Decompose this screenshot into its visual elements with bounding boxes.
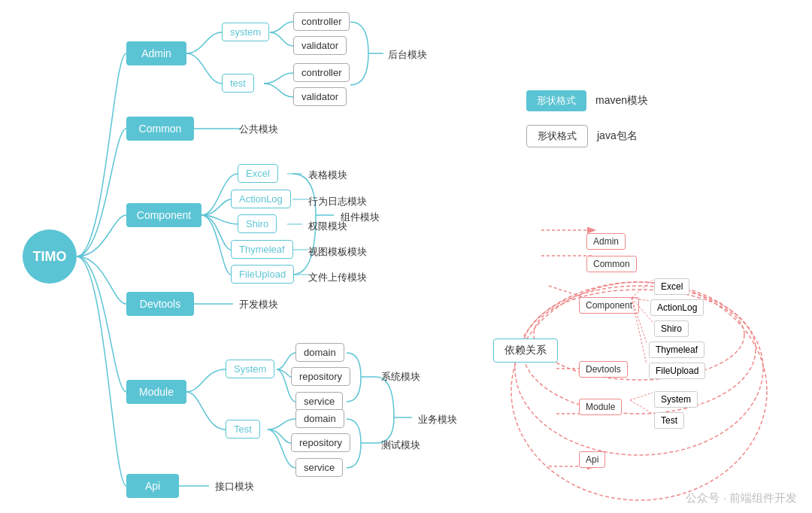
test-repository-node: repository (291, 433, 350, 452)
admin-controller-node: controller (293, 12, 350, 31)
actionlog-node: ActionLog (231, 190, 291, 208)
xitong-label: 系统模块 (381, 370, 420, 384)
test-validator-node: validator (293, 87, 347, 106)
svg-line-24 (632, 298, 653, 322)
thymeleaf-node: Thymeleaf (231, 240, 293, 259)
devtools-node: Devtools (126, 292, 194, 316)
shitu-label: 视图模板模块 (308, 245, 367, 259)
shiro-node: Shiro (238, 214, 277, 233)
ceshi-label: 测试模块 (381, 439, 420, 452)
test-service-node: service (295, 458, 343, 477)
watermark: 公众号 · 前端组件开发 (686, 491, 797, 505)
legend-filled-box: 形状格式 (526, 90, 586, 111)
admin-node: Admin (126, 41, 186, 65)
wenjian-label: 文件上传模块 (308, 271, 367, 284)
excel-node: Excel (238, 164, 278, 183)
svg-line-23 (632, 298, 649, 301)
kaifa-label: 开发模块 (239, 298, 278, 311)
right-connect-lines (571, 226, 812, 466)
timo-node: TIMO (23, 229, 77, 284)
sys-service-node: service (295, 392, 343, 411)
svg-line-22 (632, 280, 653, 298)
legend-outline-box: 形状格式 (526, 125, 588, 147)
test-controller-node: controller (293, 63, 350, 82)
legend-container: 形状格式 maven模块 形状格式 java包名 (526, 90, 648, 147)
svg-line-27 (630, 393, 653, 400)
houtai-label: 后台模块 (388, 48, 427, 62)
component-node: Component (126, 203, 201, 227)
admin-validator-node: validator (293, 36, 347, 55)
sys-repository-node: repository (291, 367, 350, 386)
legend-java-label: java包名 (597, 129, 638, 143)
common-node: Common (126, 117, 194, 141)
sys-module-node: System (226, 360, 274, 378)
svg-line-28 (630, 400, 653, 414)
xingwei-label: 行为日志模块 (308, 195, 367, 208)
module-node: Module (126, 380, 186, 404)
biaoge-label: 表格模块 (308, 168, 347, 182)
jiekou-label: 接口模块 (215, 480, 254, 493)
svg-line-26 (632, 298, 647, 364)
zujian-label: 组件模块 (341, 211, 380, 224)
api-node: Api (126, 474, 179, 498)
svg-line-25 (632, 298, 647, 343)
dependency-label: 依赖关系 (493, 338, 558, 363)
yewu-label: 业务模块 (418, 413, 457, 426)
test-domain-node: domain (295, 409, 344, 428)
system-node: system (222, 23, 269, 41)
test-node: test (222, 74, 254, 93)
test-module-node: Test (226, 420, 260, 439)
fileupload-node: FileUpload (231, 265, 294, 284)
sys-domain-node: domain (295, 343, 344, 362)
legend-maven-label: maven模块 (595, 94, 648, 108)
canvas: TIMO Admin Common Component Devtools Mod… (0, 0, 812, 513)
gonggong-label: 公共模块 (239, 123, 278, 136)
